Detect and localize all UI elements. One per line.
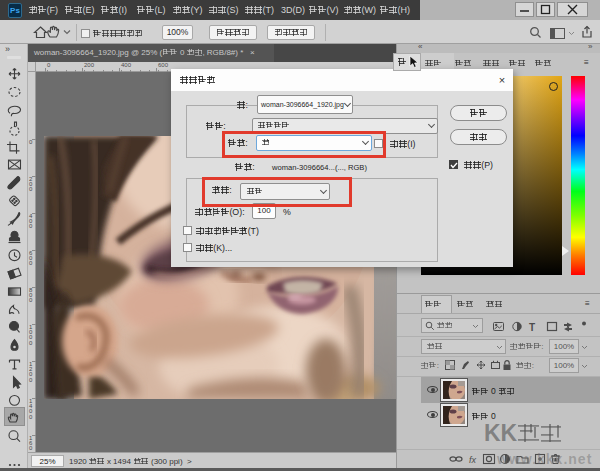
svg-text:fx: fx (469, 455, 477, 465)
svg-text:T: T (529, 322, 535, 333)
